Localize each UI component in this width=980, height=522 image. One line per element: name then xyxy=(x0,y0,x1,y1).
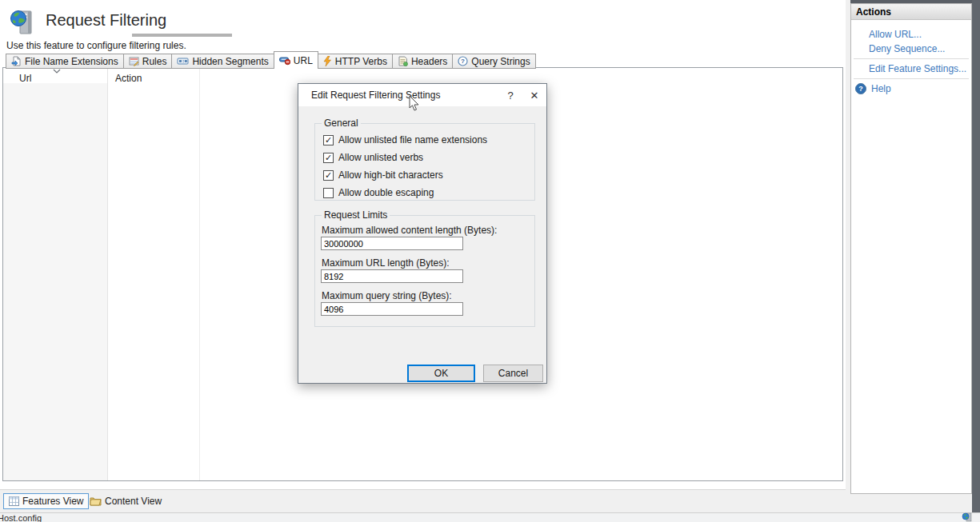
page-title: Request Filtering xyxy=(46,11,166,30)
features-view-label: Features View xyxy=(22,496,83,507)
tab-rules[interactable]: Rules xyxy=(123,54,173,69)
dialog-title: Edit Request Filtering Settings xyxy=(298,90,498,101)
checkbox-label: Allow unlisted file name extensions xyxy=(338,134,487,145)
features-view-button[interactable]: Features View xyxy=(3,493,89,509)
tab-http-verbs[interactable]: HTTP Verbs xyxy=(318,54,393,69)
max-content-length-input[interactable] xyxy=(321,237,463,250)
file-name-extensions-icon xyxy=(11,56,22,66)
tab-label: Hidden Segments xyxy=(192,56,268,67)
max-query-string-label: Maximum query string (Bytes): xyxy=(322,290,452,301)
allow-unlisted-file-name-extensions-checkbox[interactable] xyxy=(323,135,334,145)
query-strings-icon: ? xyxy=(458,56,468,66)
checkbox-row: Allow unlisted file name extensions xyxy=(323,134,487,145)
allow-double-escaping-checkbox[interactable] xyxy=(323,188,334,198)
checkbox-label: Allow unlisted verbs xyxy=(338,152,423,163)
max-url-length-label: Maximum URL length (Bytes): xyxy=(322,257,450,269)
help-action[interactable]: ? Help xyxy=(851,82,971,96)
ok-button[interactable]: OK xyxy=(407,365,475,382)
view-switch-bar: Features View Content View xyxy=(0,489,846,512)
max-url-length-input[interactable] xyxy=(321,269,463,283)
checkbox-row: Allow high-bit characters xyxy=(323,169,443,181)
features-view-icon xyxy=(9,496,19,506)
tab-hidden-segments[interactable]: Hidden Segments xyxy=(171,54,274,69)
content-view-label: Content View xyxy=(105,496,162,507)
dialog-help-button[interactable]: ? xyxy=(498,85,522,106)
tab-label: URL xyxy=(294,55,313,66)
help-icon: ? xyxy=(855,83,866,94)
tab-query-strings[interactable]: ? Query Strings xyxy=(452,54,535,69)
checkbox-row: Allow unlisted verbs xyxy=(323,152,423,163)
right-edge-strip xyxy=(972,0,980,512)
cancel-button[interactable]: Cancel xyxy=(483,365,543,382)
configuration-globe-icon xyxy=(962,512,973,522)
request-filtering-icon xyxy=(8,8,37,37)
actions-panel-body: Allow URL... Deny Sequence... Edit Featu… xyxy=(851,20,971,96)
column-header-action[interactable]: Action xyxy=(115,73,142,84)
svg-text:?: ? xyxy=(461,58,465,65)
url-icon xyxy=(279,55,290,66)
tab-label: Rules xyxy=(142,56,167,67)
checkbox-row: Allow double escaping xyxy=(323,187,434,198)
edit-request-filtering-settings-dialog: Edit Request Filtering Settings ? ✕ Gene… xyxy=(298,83,547,384)
dialog-close-button[interactable]: ✕ xyxy=(522,85,546,106)
actions-panel-title: Actions xyxy=(851,4,971,20)
general-group: General Allow unlisted file name extensi… xyxy=(314,123,535,201)
redacted-text-bar xyxy=(132,34,232,37)
mouse-cursor xyxy=(408,95,421,113)
checkbox-label: Allow double escaping xyxy=(338,187,434,198)
filter-tab-strip: File Name Extensions Rules Hidden Segmen… xyxy=(6,52,536,69)
column-header-url[interactable]: Url xyxy=(19,73,31,84)
http-verbs-icon xyxy=(323,56,332,66)
tab-file-name-extensions[interactable]: File Name Extensions xyxy=(6,54,124,69)
request-limits-group-label: Request Limits xyxy=(322,209,390,221)
dialog-titlebar[interactable]: Edit Request Filtering Settings ? ✕ xyxy=(298,84,546,106)
tab-label: Query Strings xyxy=(471,56,530,67)
dialog-button-row: OK Cancel xyxy=(298,365,546,382)
request-limits-group: Request Limits Maximum allowed content l… xyxy=(314,215,535,327)
column-separator[interactable] xyxy=(107,68,108,480)
general-group-label: General xyxy=(322,118,361,129)
max-content-length-label: Maximum allowed content length (Bytes): xyxy=(322,225,497,236)
content-view-button[interactable]: Content View xyxy=(86,493,165,509)
help-label: Help xyxy=(871,83,891,94)
status-bar: Host.config xyxy=(0,512,980,522)
hidden-segments-icon xyxy=(177,56,189,66)
configuration-file-status: Host.config xyxy=(0,513,42,522)
rules-icon xyxy=(129,56,139,66)
tab-label: HTTP Verbs xyxy=(335,56,387,67)
actions-panel: Actions Allow URL... Deny Sequence... Ed… xyxy=(850,3,972,494)
svg-text:?: ? xyxy=(858,85,863,93)
allow-url-action[interactable]: Allow URL... xyxy=(851,27,971,42)
tab-label: Headers xyxy=(411,56,447,67)
actions-separator xyxy=(854,58,969,59)
content-view-icon xyxy=(90,496,102,506)
checkbox-label: Allow high-bit characters xyxy=(338,169,443,181)
actions-separator xyxy=(854,78,969,79)
deny-sequence-action[interactable]: Deny Sequence... xyxy=(851,42,971,56)
edit-feature-settings-action[interactable]: Edit Feature Settings... xyxy=(851,62,971,76)
url-column-highlight xyxy=(3,83,107,480)
max-query-string-input[interactable] xyxy=(321,302,463,316)
tab-label: File Name Extensions xyxy=(25,56,118,67)
allow-unlisted-verbs-checkbox[interactable] xyxy=(323,153,334,163)
tab-url[interactable]: URL xyxy=(274,51,318,69)
column-separator[interactable] xyxy=(199,68,200,480)
page-subtitle: Use this feature to configure filtering … xyxy=(6,40,186,51)
allow-high-bit-characters-checkbox[interactable] xyxy=(323,170,334,181)
sort-indicator-icon xyxy=(53,69,61,74)
tab-headers[interactable]: Headers xyxy=(392,54,453,69)
headers-icon xyxy=(398,56,408,66)
